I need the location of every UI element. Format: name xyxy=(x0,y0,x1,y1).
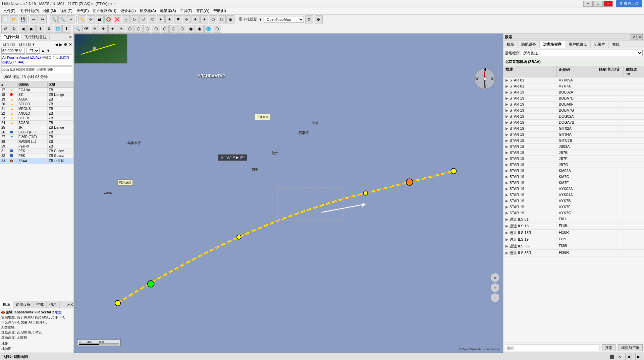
proc-row[interactable]: ▶STAR 01 VYK7A xyxy=(503,83,644,89)
proc-row[interactable]: ▶STAR 19 VYK04A xyxy=(503,192,644,198)
tb-save[interactable]: 💾 xyxy=(19,15,27,23)
proc-row[interactable]: ▶STAR 19 GIT04A xyxy=(503,132,644,138)
tb2-19[interactable]: ⬡ xyxy=(161,25,169,33)
fp-table-row[interactable]: 31 PEK ZB Guanz xyxy=(0,149,73,154)
minimize-button[interactable]: ─ xyxy=(583,1,593,7)
upload-button[interactable]: ⬆ 掘腾上传 xyxy=(616,0,642,7)
search-tab-procedure[interactable]: 进离场程序 xyxy=(540,41,565,48)
fp-table-row[interactable]: 19 ▲ AKUKI ZB xyxy=(0,97,73,102)
proc-row[interactable]: ▶STAR 19 DOG02A xyxy=(503,114,644,120)
tb-map12[interactable]: ⬡ xyxy=(218,15,226,23)
maximize-button[interactable]: □ xyxy=(593,1,603,7)
proc-row[interactable]: ▶STAR 19 BOB02A xyxy=(503,89,644,96)
proc-row[interactable]: ▶STAR 19 KM7C xyxy=(503,174,644,180)
compass-nav[interactable]: ⊕ xyxy=(490,273,500,282)
tab-fp-notes[interactable]: 飞行计划备注 xyxy=(22,34,50,40)
map-link[interactable]: 地图 xyxy=(55,310,62,314)
tb2-6[interactable]: ⬇ xyxy=(45,25,53,33)
fp-table-row[interactable]: 22 ▲ ANOLO ZB xyxy=(0,111,73,116)
menu-logbook[interactable]: 记录本(L) xyxy=(118,8,138,14)
tb-map3[interactable]: ◁ xyxy=(139,15,147,23)
menu-view[interactable]: 视图(E) xyxy=(58,8,74,14)
tab-navaid-info[interactable]: 助航设备 xyxy=(13,301,34,308)
tb2-4[interactable]: ▶ xyxy=(28,25,36,33)
menu-weather[interactable]: 天气(E) xyxy=(74,8,91,14)
proc-row[interactable]: ▶STAR 19 KM7F xyxy=(503,180,644,186)
menu-flightplan[interactable]: 飞行计划(P) xyxy=(17,8,41,14)
search-tab-user[interactable]: 用户航路点 xyxy=(565,41,591,48)
tb2-13[interactable]: ✈ xyxy=(108,25,116,33)
proc-row[interactable]: ▶进近 ILS 19 FI19 xyxy=(503,236,644,243)
tab-flightplan[interactable]: 飞行计划 xyxy=(1,34,22,40)
tb2-1[interactable]: ↺ xyxy=(1,25,9,33)
proc-row[interactable]: ▶进近 ILS 18R FI18R xyxy=(503,230,644,236)
proc-row[interactable]: ▶STAR 19 BOBA8F xyxy=(503,102,644,108)
search-tab-airport[interactable]: 机场 xyxy=(503,41,518,48)
tb2-22[interactable]: ◉ xyxy=(187,25,195,33)
map-area[interactable]: УЛАНБААТАР 乌鲁木齐 兰州 西宁 石家庄 北京 ZUAL 下降顶点 爬… xyxy=(74,34,503,353)
tb-zoom-out[interactable]: 🔍 xyxy=(58,15,66,23)
tb2-16[interactable]: ⬡ xyxy=(135,25,143,33)
proc-row[interactable]: ▶进近 ILS 01 FI01 xyxy=(503,216,644,223)
tb2-11[interactable]: ✈ xyxy=(91,25,99,33)
tab-airport-info[interactable]: 机场 xyxy=(0,301,13,308)
fp-table-row[interactable]: 27 ⚑ FI36R (FAF) ZB xyxy=(0,135,73,139)
right-expand-btn[interactable]: ↗ xyxy=(631,34,637,40)
tb-map13[interactable]: ◉ xyxy=(226,15,234,23)
tb-redo[interactable]: ↪ xyxy=(39,15,47,23)
fp-panel-close[interactable]: ✕ xyxy=(69,35,72,40)
tb2-5[interactable]: ⬆ xyxy=(36,25,44,33)
tb2-8[interactable]: ⬆ xyxy=(62,25,70,33)
tab-airspace-info[interactable]: 空域 xyxy=(34,301,47,308)
fp-table-row[interactable]: 25 JR ZB Liange xyxy=(0,125,73,130)
proc-row[interactable]: ▶STAR 19 VYK7F xyxy=(503,204,644,210)
fp-table-row[interactable]: 28 RW36R (...) ZB xyxy=(0,139,73,144)
menu-aircraft[interactable]: 航空器(A) xyxy=(138,8,158,14)
tb2-17[interactable]: ⬡ xyxy=(143,25,151,33)
tb-new[interactable]: 📄 xyxy=(1,15,9,23)
tb-map5[interactable]: ✦ xyxy=(157,15,165,23)
profile-nav-right[interactable]: ▶ xyxy=(635,354,642,360)
tb2-3[interactable]: ◀ xyxy=(19,25,27,33)
proc-row[interactable]: ▶STAR 01 VYK09A xyxy=(503,77,644,83)
fp-table-row[interactable]: 17 ▲ EGANA ZB xyxy=(0,88,73,93)
tb-map11[interactable]: ⬡ xyxy=(209,15,217,23)
tb-proj-settings[interactable]: ⚙ xyxy=(305,15,313,23)
tb2-7[interactable]: 🌐 xyxy=(54,25,62,33)
right-close-btn[interactable]: ✕ xyxy=(637,34,643,40)
search-input[interactable] xyxy=(505,345,599,351)
fp-table-row[interactable]: 33 ZBAA ZB 北京首 xyxy=(0,158,73,164)
menu-window[interactable]: 窗口(W) xyxy=(194,8,212,14)
proc-row[interactable]: ▶STAR 19 BOBA7G xyxy=(503,108,644,114)
tb2-23[interactable]: ◉ xyxy=(196,25,204,33)
fp-more[interactable]: ⚙ xyxy=(64,42,67,47)
fp-table-row[interactable]: 21 ▲ MEGUS ZB xyxy=(0,107,73,111)
search-tab-logbook[interactable]: 记录本 xyxy=(591,41,609,48)
fp-table-row[interactable]: 20 ▲ SELGO ZB xyxy=(0,102,73,107)
fp-table-row[interactable]: 24 ▲ SOSDI ZB xyxy=(0,121,73,125)
menu-file[interactable]: 文件(F) xyxy=(1,8,17,14)
fp-nav-prev[interactable]: ◀ xyxy=(55,42,58,47)
map-style-select[interactable]: OpenTopoMap xyxy=(264,16,304,23)
proc-row[interactable]: ▶STAR 19 JB7F xyxy=(503,156,644,162)
tb-map1[interactable]: △ xyxy=(122,15,130,23)
proc-row[interactable]: ▶STAR 19 JB7B xyxy=(503,150,644,156)
tb2-18[interactable]: ⬡ xyxy=(152,25,160,33)
info-close[interactable]: ✕ xyxy=(70,302,73,307)
profile-expand[interactable]: ⬛ xyxy=(609,355,614,359)
proc-row[interactable]: ▶STAR 19 GIT02A xyxy=(503,126,644,132)
fp-table-row[interactable]: 23 ▲ BEGRI ZB xyxy=(0,116,73,121)
tb-circle[interactable]: ⭕ xyxy=(104,15,112,23)
tb-map7[interactable]: ⚑ xyxy=(174,15,182,23)
proc-row[interactable]: ▶STAR 19 GITU7B xyxy=(503,138,644,144)
fp-nav-next[interactable]: ▶ xyxy=(59,42,62,47)
tb-measure[interactable]: 📏 xyxy=(78,15,86,23)
tb-proj-settings2[interactable]: ⚙ xyxy=(315,15,323,23)
tb2-14[interactable]: ✈ xyxy=(117,25,125,33)
tb-route[interactable]: ✈ xyxy=(87,15,95,23)
tb2-10[interactable]: 🗺 xyxy=(82,25,90,33)
search-button[interactable]: 搜索 xyxy=(602,344,615,351)
fp-table-row[interactable]: 26 CI36R (F...) ZB xyxy=(0,130,73,135)
tb2-2[interactable]: ↻ xyxy=(10,25,18,33)
tb-open[interactable]: 📂 xyxy=(10,15,18,23)
